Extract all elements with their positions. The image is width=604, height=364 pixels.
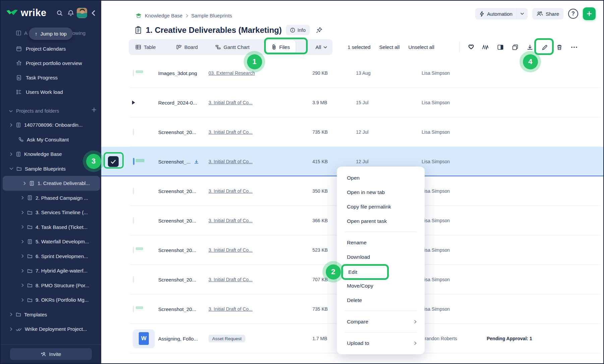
file-thumbnail[interactable] [133, 70, 134, 76]
file-row[interactable]: Record_2024-0... 3. Initial Draft of Co.… [101, 88, 604, 117]
select-all-button[interactable]: Select all [379, 44, 400, 50]
chevron-right-icon [21, 283, 24, 287]
sidebar-item-wrike-deployment[interactable]: Wrike Deployment Project... [1, 322, 101, 337]
parent-task-link[interactable]: 3. Initial Draft of Co... [208, 159, 304, 164]
wrike-logo[interactable]: wrike [5, 7, 47, 18]
check-icon [111, 160, 116, 164]
sidebar-item-task-based[interactable]: 4. Task Based (Ticket... [1, 220, 101, 235]
chevron-right-icon [9, 312, 13, 316]
file-row[interactable]: Images_3dot.png 03. External Research 29… [101, 58, 604, 88]
sidebar-item-project-portfolio-overview[interactable]: Project portfolio overview [1, 56, 101, 70]
delete-trash-icon[interactable] [554, 40, 565, 54]
file-thumbnail[interactable] [133, 217, 134, 224]
search-icon[interactable] [55, 9, 64, 17]
add-project-icon[interactable] [92, 107, 97, 112]
menu-item-copy-file-permalink[interactable]: Copy file permalink [337, 199, 425, 214]
info-button[interactable]: Info [286, 25, 310, 35]
file-thumbnail[interactable] [133, 247, 134, 253]
menu-item-rename[interactable]: Rename [337, 235, 425, 250]
sidebar-item-pmo-structure[interactable]: 8. PMO Structure (Por... [1, 278, 101, 293]
menu-item-delete[interactable]: Delete [337, 293, 425, 307]
tab-files[interactable]: Files [266, 40, 296, 54]
sidebar-item-phased-campaign[interactable]: 2. Phased Campaign ... [1, 191, 101, 205]
sidebar-item-sprint-development[interactable]: 6. Sprint Developmen... [1, 249, 101, 264]
parent-task-link[interactable]: 03. External Research [208, 70, 304, 76]
sidebar-item-task-progress[interactable]: Task Progress [1, 70, 101, 85]
breadcrumb-knowledge-base[interactable]: Knowledge Base [145, 13, 183, 18]
sidebar-item-okrs[interactable]: 9. OKRs (Portfolio Mg... [1, 293, 101, 307]
menu-item-open-in-new-tab[interactable]: Open in new tab [337, 185, 425, 199]
sidebar-item-onboarding[interactable]: 1407708096: Onboardin... [1, 118, 101, 132]
file-thumbnail[interactable] [133, 306, 134, 312]
automation-button[interactable]: Automation [475, 8, 528, 19]
sidebar-item-sample-blueprints[interactable]: Sample Blueprints [1, 162, 101, 176]
download-icon[interactable] [524, 40, 536, 54]
menu-item-move-copy[interactable]: Move/Copy [337, 279, 425, 293]
automation-dropdown-chevron-icon[interactable] [517, 12, 528, 15]
sidebar-item-ask-my-consultant[interactable]: Ask My Consultant [1, 132, 101, 147]
menu-item-edit[interactable]: Edit [337, 264, 425, 279]
help-button[interactable]: ? [568, 9, 578, 19]
sidebar-item-services-timeline[interactable]: 3. Services Timeline (... [1, 205, 101, 220]
file-context-menu: Open Open in new tab Copy file permalink… [337, 167, 425, 354]
proofing-icon[interactable] [480, 40, 491, 54]
tab-board[interactable]: Board [176, 39, 198, 55]
parent-task-link[interactable]: 3. Initial Draft of Co... [208, 277, 304, 282]
file-row[interactable]: Screenshot_20... 3. Initial Draft of Co.… [101, 117, 604, 147]
sidebar-item-project-calendars[interactable]: Project Calendars [1, 42, 101, 56]
projects-and-folders-section[interactable]: Projects and folders [1, 105, 101, 117]
sidebar-item-templates[interactable]: Templates [1, 307, 101, 322]
jump-to-top-tooltip[interactable]: ↑ Jump to top [29, 27, 73, 40]
files-filter-dropdown[interactable]: All [315, 39, 327, 55]
parent-task-link[interactable]: 3. Initial Draft of Co... [208, 129, 304, 135]
sidebar-item-hybrid-agile[interactable]: 7. Hybrid Agile-waterf... [1, 263, 101, 278]
user-avatar[interactable] [77, 8, 87, 18]
asset-request-tag[interactable]: Asset Request [208, 335, 304, 343]
menu-item-upload-to[interactable]: Upload to [337, 336, 425, 350]
file-author: Lisa Simpson [422, 247, 489, 253]
more-options-icon[interactable] [568, 40, 580, 54]
file-thumbnail[interactable] [133, 158, 134, 165]
parent-task-link[interactable]: 3. Initial Draft of Co... [208, 306, 304, 312]
pin-icon[interactable] [316, 27, 322, 34]
menu-item-compare[interactable]: Compare [337, 314, 425, 329]
parent-task-link[interactable]: 3. Initial Draft of Co... [208, 188, 304, 194]
tab-table[interactable]: Table [135, 39, 156, 55]
invite-button[interactable]: Invite [10, 348, 92, 360]
parent-task-link[interactable]: 3. Initial Draft of Co... [208, 100, 304, 105]
parent-task-link[interactable]: 3. Initial Draft of Co... [208, 218, 304, 223]
sidebar-item-creative-deliverables[interactable]: 1. Creative Deliverabl... [3, 176, 100, 191]
edit-pencil-icon[interactable] [539, 40, 550, 54]
breadcrumb-sample-blueprints[interactable]: Sample Blueprints [191, 13, 232, 18]
collapse-sidebar-icon[interactable] [89, 9, 98, 17]
menu-item-open-parent-task[interactable]: Open parent task [337, 214, 425, 228]
sidebar-item-users-work-load[interactable]: Users Work load [1, 85, 101, 99]
calendar-icon [16, 46, 22, 52]
sidebar-item-waterfall-development[interactable]: 5. Waterfall Developm... [1, 234, 101, 249]
folder-icon [16, 312, 21, 317]
download-mini-icon[interactable] [194, 159, 199, 164]
file-thumbnail[interactable] [133, 276, 134, 283]
create-new-button[interactable] [583, 7, 596, 20]
notifications-bell-icon[interactable] [66, 9, 75, 17]
compare-icon[interactable] [495, 40, 506, 54]
unselect-all-button[interactable]: Unselect all [408, 44, 434, 50]
file-row-partial[interactable] [101, 353, 604, 364]
menu-divider [345, 332, 417, 332]
duplicate-icon[interactable] [509, 40, 521, 54]
word-doc-thumbnail[interactable]: W [133, 329, 155, 348]
share-button[interactable]: Share [532, 8, 563, 19]
file-author: Lisa Simpson [422, 159, 489, 164]
sidebar-item-label: Users Work load [26, 89, 63, 95]
tab-gantt-chart[interactable]: Gantt Chart [215, 39, 250, 55]
parent-task-link[interactable]: 3. Initial Draft of Co... [208, 247, 304, 253]
tree-item-label: 3. Services Timeline (... [36, 209, 88, 215]
menu-item-download[interactable]: Download [337, 250, 425, 264]
row-checkbox-checked[interactable] [108, 156, 119, 167]
approvals-icon[interactable] [465, 40, 477, 54]
sidebar-item-knowledge-base[interactable]: Knowledge Base [1, 147, 101, 162]
file-thumbnail[interactable] [133, 188, 134, 194]
file-thumbnail[interactable] [133, 129, 134, 135]
sidebar-item-partially-hidden[interactable]: A owing ↑ Jump to top [1, 27, 101, 40]
menu-item-open[interactable]: Open [337, 171, 425, 185]
